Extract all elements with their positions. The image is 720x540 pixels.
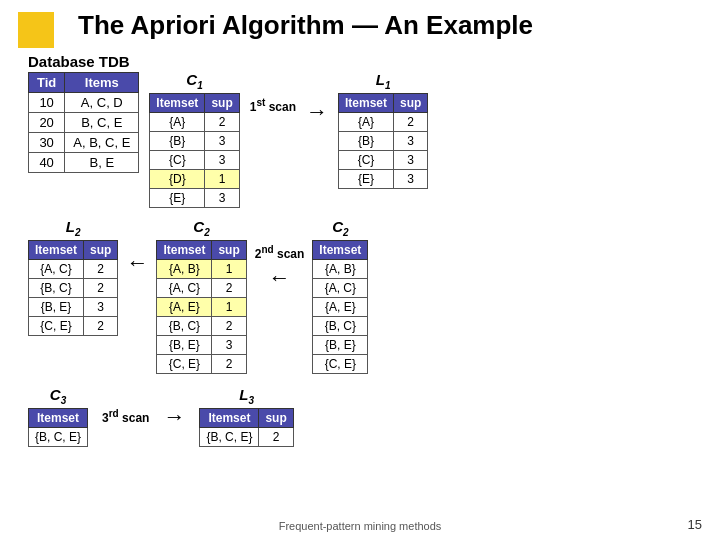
l3-header-itemset: Itemset xyxy=(200,409,259,428)
scan2-label: 2nd scan xyxy=(255,244,305,261)
c3-table: Itemset {B, C, E} xyxy=(28,408,88,447)
l1-header-itemset: Itemset xyxy=(339,94,394,113)
c2-left-table: Itemset sup {A, B}1{A, C}2{A, E}1{B, C}2… xyxy=(156,240,246,374)
l2-label: L2 xyxy=(66,218,81,238)
c2-left-label: C2 xyxy=(193,218,209,238)
tdb-col-tid: Tid xyxy=(29,73,65,93)
yellow-square-decoration xyxy=(18,12,54,48)
bottom-row: C3 Itemset {B, C, E} 3rd scan → L3 Items… xyxy=(28,386,702,447)
scan3-label: 3rd scan xyxy=(102,408,149,425)
arrow-l1: → xyxy=(306,99,328,125)
l1-table: Itemset sup {A}2{B}3{C}3{E}3 xyxy=(338,93,428,189)
page: The Apriori Algorithm — An Example Datab… xyxy=(0,0,720,540)
l1-header-sup: sup xyxy=(394,94,428,113)
c1-label: C1 xyxy=(186,71,202,91)
l2-block: L2 Itemset sup {A, C}2{B, C}2{B, E}3{C, … xyxy=(28,218,118,336)
scan2-block: 2nd scan ← xyxy=(255,244,305,291)
footer-text: Frequent-pattern mining methods xyxy=(279,520,442,532)
l2-table: Itemset sup {A, C}2{B, C}2{B, E}3{C, E}2 xyxy=(28,240,118,336)
l3-table: Itemset sup {B, C, E}2 xyxy=(199,408,293,447)
scan1-label: 1st scan xyxy=(250,97,296,114)
c2-left-block: C2 Itemset sup {A, B}1{A, C}2{A, E}1{B, … xyxy=(156,218,246,374)
c1-header-sup: sup xyxy=(205,94,239,113)
c1-block: C1 Itemset sup {A}2{B}3{C}3{D}1{E}3 xyxy=(149,71,239,208)
database-section: Database TDB Tid Items 10A, C, D20B, C, … xyxy=(28,53,139,173)
l2-header-sup: sup xyxy=(84,241,118,260)
database-label: Database TDB xyxy=(28,53,139,70)
tdb-col-items: Items xyxy=(65,73,139,93)
l3-label: L3 xyxy=(239,386,254,406)
l1-label: L1 xyxy=(376,71,391,91)
arrow-l3: → xyxy=(163,404,185,430)
c3-block: C3 Itemset {B, C, E} xyxy=(28,386,88,447)
c2-right-block: C2 Itemset {A, B}{A, C}{A, E}{B, C}{B, E… xyxy=(312,218,368,374)
c3-header-itemset: Itemset xyxy=(29,409,88,428)
c2l-header-sup: sup xyxy=(212,241,246,260)
c2l-header-itemset: Itemset xyxy=(157,241,212,260)
arrow-c2left: ← xyxy=(126,250,148,276)
c2-right-label: C2 xyxy=(332,218,348,238)
arrow-scan2: ← xyxy=(269,265,291,291)
page-title: The Apriori Algorithm — An Example xyxy=(78,10,702,41)
l1-block: L1 Itemset sup {A}2{B}3{C}3{E}3 xyxy=(338,71,428,189)
scan1-block: 1st scan xyxy=(250,97,296,114)
l2-header-itemset: Itemset xyxy=(29,241,84,260)
l3-block: L3 Itemset sup {B, C, E}2 xyxy=(199,386,293,447)
tdb-table: Tid Items 10A, C, D20B, C, E30A, B, C, E… xyxy=(28,72,139,173)
c2r-header-itemset: Itemset xyxy=(313,241,368,260)
page-number: 15 xyxy=(688,517,702,532)
c1-header-itemset: Itemset xyxy=(150,94,205,113)
c3-label: C3 xyxy=(50,386,66,406)
c1-table: Itemset sup {A}2{B}3{C}3{D}1{E}3 xyxy=(149,93,239,208)
l3-header-sup: sup xyxy=(259,409,293,428)
c2-right-table: Itemset {A, B}{A, C}{A, E}{B, C}{B, E}{C… xyxy=(312,240,368,374)
